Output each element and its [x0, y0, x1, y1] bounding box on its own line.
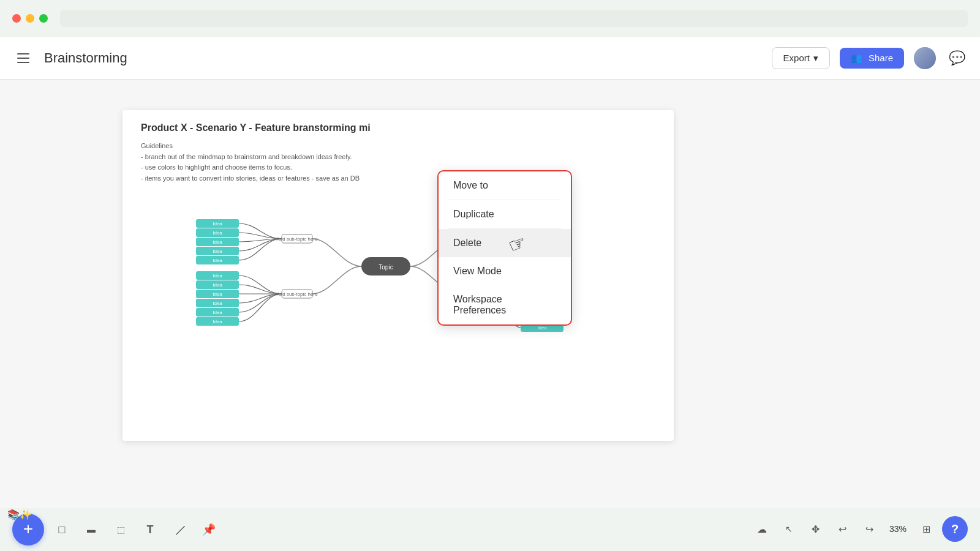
svg-text:Idea: Idea [213, 301, 222, 306]
add-icon: + [23, 519, 33, 539]
cloud-save-button[interactable]: ☁ [751, 518, 773, 540]
svg-text:Idea: Idea [213, 291, 222, 297]
svg-text:Idea: Idea [213, 273, 222, 279]
canvas-area: SCRTPL - CUSTOM Product X - Scenario Y -… [0, 80, 980, 508]
svg-text:Idea: Idea [213, 319, 222, 324]
context-menu: Move to Duplicate Delete View Mode Works… [437, 170, 572, 326]
undo-button[interactable]: ↩ [832, 518, 854, 540]
svg-text:Add sub-topic here: Add sub-topic here [276, 291, 318, 297]
comment-icon[interactable]: 💬 [946, 47, 968, 69]
svg-text:Idea: Idea [213, 282, 222, 288]
avatar[interactable] [914, 47, 936, 69]
menu-item-duplicate[interactable]: Duplicate [439, 200, 571, 228]
maximize-button[interactable] [39, 14, 48, 23]
zoom-level: 33% [886, 524, 910, 534]
traffic-lights [12, 14, 48, 23]
share-icon: 👥 [851, 53, 862, 64]
svg-text:Add sub-topic here: Add sub-topic here [276, 236, 318, 242]
export-label: Export [783, 53, 810, 63]
share-button[interactable]: 👥 Share [840, 48, 904, 69]
menu-item-view-mode[interactable]: View Mode [439, 257, 571, 285]
share-label: Share [869, 53, 893, 63]
svg-text:Idea: Idea [213, 249, 222, 254]
help-button[interactable]: ? [942, 516, 968, 542]
menu-item-workspace-preferences[interactable]: Workspace Preferences [439, 285, 571, 324]
mindmap-diagram: Topic Add sub-topic here Idea Idea Idea … [123, 110, 674, 441]
add-button[interactable]: + 📚✨ [12, 514, 44, 545]
menu-icon[interactable] [12, 47, 34, 69]
rectangle-tool[interactable]: □ [50, 518, 74, 541]
svg-text:Idea: Idea [213, 310, 222, 315]
menu-item-move-to[interactable]: Move to [439, 171, 571, 200]
mindmap-frame[interactable]: SCRTPL - CUSTOM Product X - Scenario Y -… [123, 110, 674, 441]
card-tool[interactable]: ▬ [80, 518, 103, 541]
cursor-tool-button[interactable]: ↖ [778, 518, 800, 540]
svg-text:Idea: Idea [213, 258, 222, 263]
svg-text:Topic: Topic [379, 264, 393, 271]
minimize-button[interactable] [26, 14, 34, 23]
main-toolbar: Brainstorming Export ▾ 👥 Share ⋮ 💬 [0, 37, 980, 80]
menu-item-delete[interactable]: Delete [439, 229, 571, 257]
svg-text:Idea: Idea [213, 221, 222, 227]
svg-text:Idea: Idea [537, 325, 547, 331]
title-bar-label [60, 10, 968, 27]
svg-text:Idea: Idea [213, 239, 222, 245]
text-tool[interactable]: T [138, 518, 162, 541]
frame-tool[interactable]: ⬚ [109, 518, 132, 541]
close-button[interactable] [12, 14, 21, 23]
move-tool-button[interactable]: ✥ [805, 518, 827, 540]
avatar-image [914, 47, 936, 69]
sticky-tool[interactable]: 📌 [197, 518, 221, 541]
right-controls: ☁ ↖ ✥ ↩ ↪ 33% ⊞ ? [751, 516, 968, 542]
document-title: Brainstorming [44, 50, 762, 66]
export-button[interactable]: Export ▾ [772, 47, 830, 69]
title-bar [0, 0, 980, 37]
svg-text:Idea: Idea [213, 230, 222, 236]
grid-button[interactable]: ⊞ [915, 518, 937, 540]
redo-button[interactable]: ↪ [859, 518, 881, 540]
chevron-down-icon: ▾ [813, 53, 818, 64]
line-tool[interactable]: — [163, 513, 196, 546]
sticker-icon: 📚✨ [7, 509, 32, 520]
